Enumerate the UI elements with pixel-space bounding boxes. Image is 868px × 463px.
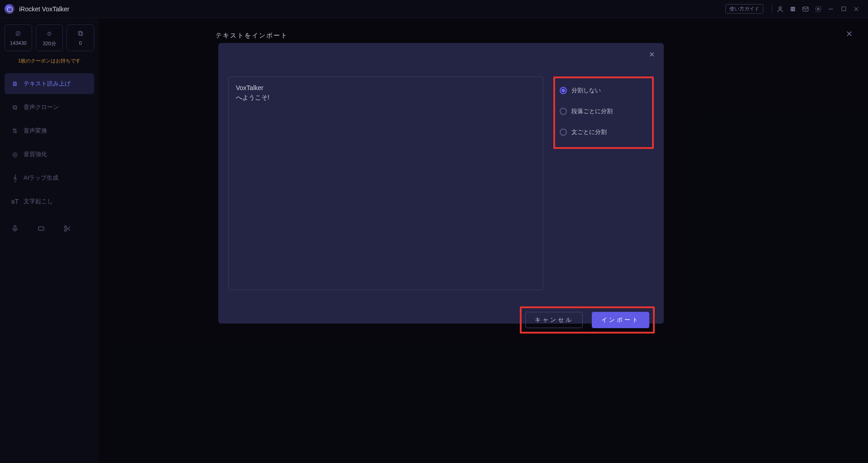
app-logo-icon: ◯ <box>5 4 14 14</box>
import-text-modal: ✕ VoxTalker へようこそ! 分割しない 段落ごとに分割 <box>218 43 664 324</box>
cancel-button[interactable]: キャンセル <box>525 312 583 328</box>
radio-label: 文ごとに分割 <box>571 128 607 136</box>
svg-rect-10 <box>38 227 44 230</box>
voice-clone-icon: ⧉ <box>11 104 19 111</box>
options-highlight-box: 分割しない 段落ごとに分割 文ごとに分割 <box>553 76 654 149</box>
svg-point-0 <box>779 6 781 9</box>
sidebar-item-voice-convert[interactable]: ⇅ 音声変換 <box>5 120 94 141</box>
svg-rect-6 <box>842 7 846 11</box>
footer-highlight-box: キャンセル インポート <box>520 306 655 334</box>
radio-label: 段落ごとに分割 <box>571 107 613 115</box>
stat-chars-value: 143430 <box>7 40 30 46</box>
app-title: iRocket VoxTalker <box>19 5 69 13</box>
stat-box-chars[interactable]: ⎚ 143430 <box>5 24 32 51</box>
stat-minutes-value: 320分 <box>38 40 61 47</box>
stat-other-value: 0 <box>69 40 92 46</box>
sidebar-item-label: テキスト読み上げ <box>24 80 71 88</box>
enhance-icon: ◎ <box>11 151 19 158</box>
radio-split-paragraph[interactable]: 段落ごとに分割 <box>558 101 649 122</box>
discord-icon[interactable] <box>786 3 799 15</box>
voice-convert-icon: ⇅ <box>11 127 19 134</box>
stat-box-minutes[interactable]: ⌾ 320分 <box>36 24 63 51</box>
svg-point-1 <box>791 9 792 10</box>
transcribe-icon: aT <box>11 198 19 205</box>
modal-close-icon[interactable]: ✕ <box>649 50 655 59</box>
close-window-icon[interactable] <box>850 3 863 15</box>
svg-point-2 <box>793 9 794 10</box>
svg-point-12 <box>64 229 67 232</box>
modal-body: VoxTalker へようこそ! 分割しない 段落ごとに分割 <box>218 43 664 299</box>
radio-no-split[interactable]: 分割しない <box>558 80 649 101</box>
main-area: テキストをインポート ✕ ✕ VoxTalker へようこそ! 分割しない 段落… <box>99 18 868 463</box>
sidebar-item-label: 音声変換 <box>24 127 47 135</box>
modal-close-outer-icon[interactable]: ✕ <box>846 29 853 39</box>
radio-icon <box>560 129 567 136</box>
sidebar-item-label: 音質強化 <box>24 150 47 158</box>
coupon-notice[interactable]: 1枚のクーポンはお持ちです <box>5 54 94 71</box>
minimize-icon[interactable] <box>825 3 837 15</box>
import-button[interactable]: インポート <box>592 312 649 328</box>
sidebar-item-ai-rap[interactable]: 𝄞 AIラップ生成 <box>5 167 94 188</box>
titlebar: ◯ iRocket VoxTalker 使い方ガイド <box>0 0 868 18</box>
stat-minutes-icon: ⌾ <box>38 29 61 38</box>
tts-icon: 🗎 <box>11 80 19 87</box>
svg-point-4 <box>817 8 819 10</box>
sidebar-item-label: 文字起こし <box>24 197 53 205</box>
radio-split-sentence[interactable]: 文ごとに分割 <box>558 122 649 143</box>
sidebar: ⎚ 143430 ⌾ 320分 ⧉ 0 1枚のクーポンはお持ちです 🗎 テキスト… <box>0 18 99 463</box>
split-options: 分割しない 段落ごとに分割 文ごとに分割 <box>553 76 654 290</box>
ai-rap-icon: 𝄞 <box>11 174 19 182</box>
sidebar-item-enhance[interactable]: ◎ 音質強化 <box>5 144 94 165</box>
radio-icon <box>560 87 567 94</box>
svg-point-11 <box>64 226 67 228</box>
stat-box-other[interactable]: ⧉ 0 <box>67 24 94 51</box>
account-icon[interactable] <box>774 3 786 15</box>
import-text-input[interactable]: VoxTalker へようこそ! <box>228 76 543 290</box>
mic-icon[interactable] <box>11 224 19 234</box>
settings-icon[interactable] <box>812 3 825 15</box>
stat-row: ⎚ 143430 ⌾ 320分 ⧉ 0 <box>5 24 94 51</box>
radio-icon <box>560 108 567 115</box>
modal-title: テキストをインポート <box>216 32 288 40</box>
loop-icon[interactable] <box>37 224 45 234</box>
sidebar-item-tts[interactable]: 🗎 テキスト読み上げ <box>5 73 94 94</box>
mini-tools-row <box>5 224 94 234</box>
sidebar-item-label: AIラップ生成 <box>24 174 58 182</box>
titlebar-separator <box>772 5 772 13</box>
stat-chars-icon: ⎚ <box>7 29 30 38</box>
sidebar-item-voice-clone[interactable]: ⧉ 音声クローン <box>5 97 94 118</box>
radio-label: 分割しない <box>571 86 601 95</box>
stat-other-icon: ⧉ <box>69 29 92 38</box>
mail-icon[interactable] <box>799 3 812 15</box>
sidebar-item-transcribe[interactable]: aT 文字起こし <box>5 191 94 212</box>
sidebar-item-label: 音声クローン <box>24 103 59 111</box>
modal-footer: キャンセル インポート <box>218 299 664 343</box>
maximize-icon[interactable] <box>837 3 850 15</box>
svg-rect-9 <box>14 225 16 229</box>
usage-guide-button[interactable]: 使い方ガイド <box>725 4 763 14</box>
scissors-icon[interactable] <box>63 224 72 234</box>
